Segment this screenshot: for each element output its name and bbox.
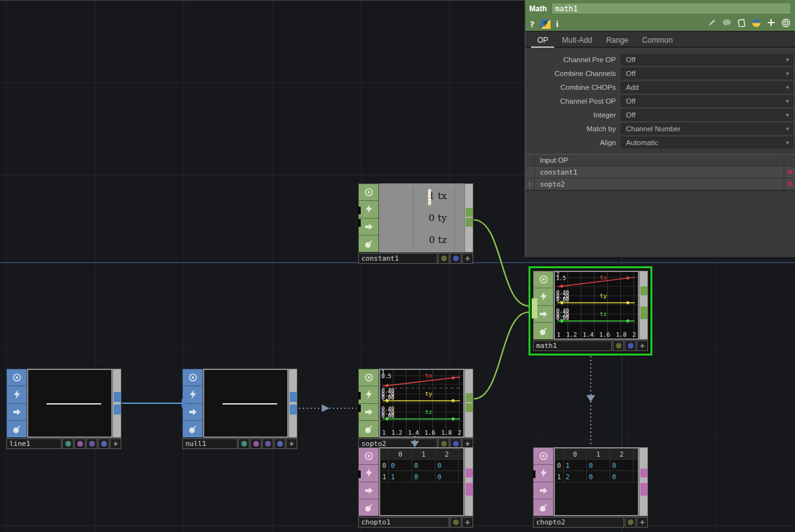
add-flag-button[interactable]: + xyxy=(286,438,297,449)
bullseye-icon[interactable] xyxy=(781,18,791,30)
bypass-flag-icon[interactable] xyxy=(359,201,378,218)
node-chopto1[interactable]: 01200001100 chopto1 + xyxy=(358,447,473,528)
bypass-flag-icon[interactable] xyxy=(359,465,378,482)
null1-viewer[interactable] xyxy=(203,369,288,438)
node-math1[interactable]: 21.5tx0.400.200.00ty0.400.200.00tz11.21.… xyxy=(533,271,648,351)
math1-name-label[interactable]: math1 xyxy=(533,340,612,351)
node-flag-dot[interactable] xyxy=(625,517,636,528)
comment-icon[interactable] xyxy=(722,18,732,30)
bypass-flag-icon[interactable] xyxy=(534,465,553,482)
info-icon[interactable]: i xyxy=(556,19,559,29)
input-op-row[interactable]: constant1 ✕ xyxy=(525,166,795,178)
combine-chops-dropdown[interactable]: Add▼ xyxy=(621,82,793,93)
node-flag-dot[interactable] xyxy=(438,253,449,264)
output-connector[interactable] xyxy=(466,208,473,217)
input-connector[interactable] xyxy=(358,392,361,399)
node-flag-dot[interactable] xyxy=(262,438,273,449)
bomb-icon[interactable] xyxy=(534,499,553,516)
node-chopto2[interactable]: 01201001200 chopto2 + xyxy=(533,447,648,528)
node-flag-dot[interactable] xyxy=(450,517,461,528)
line1-viewer[interactable] xyxy=(27,369,112,438)
bomb-icon[interactable] xyxy=(7,421,26,437)
export-flag-icon[interactable] xyxy=(359,404,378,421)
bomb-icon[interactable] xyxy=(359,421,378,437)
node-flag-dot[interactable] xyxy=(274,438,285,449)
null1-name-label[interactable]: null1 xyxy=(182,438,238,449)
bomb-icon[interactable] xyxy=(359,499,378,516)
node-sopto2[interactable]: 10.5tx0.400.200.00ty0.400.200.00tz11.21.… xyxy=(358,369,473,449)
export-flag-icon[interactable] xyxy=(359,482,378,499)
add-flag-button[interactable]: + xyxy=(637,517,648,528)
add-flag-button[interactable]: + xyxy=(637,340,648,351)
math1-viewer[interactable]: 21.5tx0.400.200.00ty0.400.200.00tz11.21.… xyxy=(554,271,639,340)
channel-post-op-dropdown[interactable]: Off▼ xyxy=(621,95,793,107)
input-connector[interactable] xyxy=(358,207,361,214)
bomb-icon[interactable] xyxy=(183,421,202,437)
export-flag-icon[interactable] xyxy=(534,482,553,499)
constant1-viewer[interactable]: 1tx 0ty 0tz xyxy=(379,183,464,252)
chopto1-body[interactable]: 01200001100 xyxy=(358,447,473,516)
chopto1-name-label[interactable]: chopto1 xyxy=(358,517,449,528)
node-flag-dot[interactable] xyxy=(238,438,249,449)
integer-dropdown[interactable]: Off▼ xyxy=(621,109,793,121)
chopto2-body[interactable]: 01201001200 xyxy=(533,447,648,516)
node-line1[interactable]: line1 + xyxy=(6,369,121,449)
node-flag-dot[interactable] xyxy=(98,438,109,449)
output-connector[interactable] xyxy=(466,218,473,227)
output-connector[interactable] xyxy=(290,404,297,415)
input-connector[interactable] xyxy=(358,404,361,412)
constant1-body[interactable]: 1tx 0ty 0tz xyxy=(358,183,473,252)
delete-input-button[interactable]: ✕ xyxy=(784,178,795,190)
output-connector[interactable] xyxy=(114,392,121,402)
node-flag-dot[interactable] xyxy=(613,340,624,351)
viewer-flag-icon[interactable] xyxy=(534,271,553,288)
input-op-name[interactable]: sopto2 xyxy=(535,178,784,190)
bomb-icon[interactable] xyxy=(359,236,378,252)
sopto2-body[interactable]: 10.5tx0.400.200.00ty0.400.200.00tz11.21.… xyxy=(358,369,473,438)
node-constant1[interactable]: 1tx 0ty 0tz constant1 + xyxy=(358,183,473,264)
node-flag-dot[interactable] xyxy=(62,438,74,449)
export-flag-icon[interactable] xyxy=(183,404,202,421)
help-icon[interactable]: ? xyxy=(530,19,535,29)
output-connector[interactable] xyxy=(466,393,473,402)
viewer-flag-icon[interactable] xyxy=(534,448,553,465)
node-flag-dot[interactable] xyxy=(625,340,636,351)
node-flag-dot[interactable] xyxy=(86,438,97,449)
tab-range[interactable]: Range xyxy=(600,33,634,46)
viewer-flag-icon[interactable] xyxy=(7,369,26,386)
value-scrubber[interactable] xyxy=(428,189,431,205)
output-connector[interactable] xyxy=(466,483,473,496)
line1-body[interactable] xyxy=(6,369,121,438)
add-flag-button[interactable]: + xyxy=(462,517,473,528)
python-help-icon[interactable]: ? xyxy=(540,19,551,29)
python-expressions-icon[interactable] xyxy=(752,18,761,30)
add-flag-button[interactable]: + xyxy=(110,438,121,449)
input-connector[interactable] xyxy=(533,470,535,478)
viewer-flag-icon[interactable] xyxy=(359,184,378,201)
chopto2-viewer[interactable]: 01201001200 xyxy=(554,447,639,516)
output-connector[interactable] xyxy=(466,403,473,412)
channel-pre-op-dropdown[interactable]: Off▼ xyxy=(621,54,793,65)
input-connector[interactable] xyxy=(358,219,361,227)
input-op-name[interactable]: constant1 xyxy=(535,166,784,178)
bomb-icon[interactable] xyxy=(534,323,553,339)
sopto2-viewer[interactable]: 10.5tx0.400.200.00ty0.400.200.00tz11.21.… xyxy=(379,369,464,438)
match-by-dropdown[interactable]: Channel Number▼ xyxy=(621,123,793,134)
viewer-flag-icon[interactable] xyxy=(359,369,378,386)
tab-common[interactable]: Common xyxy=(636,33,679,46)
combine-channels-dropdown[interactable]: Off▼ xyxy=(621,68,793,79)
output-connector[interactable] xyxy=(290,392,297,402)
export-flag-icon[interactable] xyxy=(359,219,378,236)
node-null1[interactable]: null1 + xyxy=(182,369,297,449)
null1-body[interactable] xyxy=(182,369,297,438)
align-dropdown[interactable]: Automatic▼ xyxy=(621,137,793,148)
bypass-flag-icon[interactable] xyxy=(359,386,378,403)
add-parameter-icon[interactable] xyxy=(767,18,776,30)
chopto1-viewer[interactable]: 01200001100 xyxy=(379,447,464,516)
input-connector[interactable] xyxy=(182,399,185,408)
output-connector[interactable] xyxy=(640,307,647,319)
edit-comment-icon[interactable] xyxy=(708,18,716,30)
viewer-flag-icon[interactable] xyxy=(359,448,378,465)
line1-name-label[interactable]: line1 xyxy=(6,438,62,449)
input-connector[interactable] xyxy=(358,470,361,478)
